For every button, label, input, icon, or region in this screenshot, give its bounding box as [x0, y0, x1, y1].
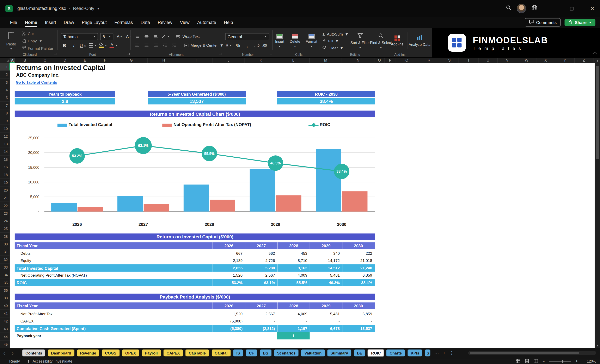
autosum-button[interactable]: Σ AutoSum ▼: [322, 31, 349, 37]
column-header-U[interactable]: U: [479, 58, 498, 63]
sheet-tab-be[interactable]: BE: [354, 350, 365, 356]
value-cell[interactable]: 21,240: [342, 264, 375, 272]
document-title[interactable]: glass-manufacturing.xlsx - Read-Only ▼: [17, 6, 100, 11]
menu-help[interactable]: Help: [220, 18, 237, 27]
row-header-31[interactable]: 31: [0, 248, 10, 256]
column-header-M[interactable]: M: [310, 58, 342, 63]
number-format-combo[interactable]: General ▼: [225, 33, 269, 40]
value-cell[interactable]: -: [310, 318, 342, 325]
value-cell[interactable]: 13,537: [342, 325, 375, 332]
row-header-22[interactable]: 22: [0, 202, 10, 209]
row-header-1[interactable]: 1: [0, 63, 10, 71]
value-cell[interactable]: 6,859: [342, 310, 375, 317]
format-cells-button[interactable]: Format ▼: [304, 30, 319, 51]
column-header-S[interactable]: S: [441, 58, 459, 63]
row-header-15[interactable]: 15: [0, 156, 10, 164]
row-header-21[interactable]: 21: [0, 194, 10, 202]
value-cell[interactable]: -: [245, 332, 277, 339]
menu-automate[interactable]: Automate: [193, 18, 220, 27]
font-color-button[interactable]: A ▼: [110, 42, 118, 49]
avatar[interactable]: [517, 4, 526, 13]
minimize-button[interactable]: —: [543, 2, 558, 15]
row-header-7[interactable]: 7: [0, 102, 10, 109]
table-of-contents-link[interactable]: Go to Table of Contents: [16, 80, 57, 84]
value-cell[interactable]: 1: [277, 332, 310, 339]
row-header-34[interactable]: 34: [0, 271, 10, 279]
fill-color-button[interactable]: ▼: [99, 42, 107, 49]
row-label-cell[interactable]: Net Operating Profit After Tax (NOPAT): [15, 272, 213, 279]
kpi-cash-generated-label[interactable]: 5-Year Cash Generated ($'000): [148, 91, 246, 97]
row-header-24[interactable]: 24: [0, 217, 10, 225]
row-header-14[interactable]: 14: [0, 148, 10, 155]
row-label-cell[interactable]: Equity: [15, 257, 213, 264]
year-header-cell[interactable]: 2027: [245, 242, 277, 249]
cut-button[interactable]: Cut: [21, 30, 53, 36]
kpi-years-to-payback-label[interactable]: Years to payback: [15, 91, 115, 97]
zoom-level[interactable]: 120%: [582, 359, 596, 363]
value-cell[interactable]: 2,567: [245, 310, 277, 317]
column-header-N[interactable]: N: [342, 58, 375, 63]
sheet-tab-capital[interactable]: Capital: [212, 350, 231, 356]
column-header-Y[interactable]: Y: [555, 58, 575, 63]
row-label-cell[interactable]: Payback year: [15, 332, 213, 339]
year-header-cell[interactable]: 2026: [213, 242, 245, 249]
row-header-40[interactable]: 40: [0, 302, 10, 310]
row-header-12[interactable]: 12: [0, 133, 10, 140]
column-header-P[interactable]: P: [385, 58, 396, 63]
horizontal-scrollbar[interactable]: [468, 351, 596, 355]
value-cell[interactable]: 2,189: [213, 257, 245, 264]
copy-button[interactable]: Copy ▼: [21, 38, 53, 44]
payback-table-banner[interactable]: Payback Period Analysis ($'000): [15, 293, 375, 300]
kpi-years-to-payback-value[interactable]: 2.8: [15, 98, 115, 105]
menu-page-layout[interactable]: Page Layout: [78, 18, 111, 27]
analyze-data-button[interactable]: Analyze Data: [410, 30, 430, 51]
sheet-tab-cf[interactable]: CF: [246, 350, 257, 356]
sheet-tab-payroll[interactable]: Payroll: [142, 350, 161, 356]
row-header-23[interactable]: 23: [0, 210, 10, 217]
value-cell[interactable]: 21,018: [342, 257, 375, 264]
number-dialog-launcher[interactable]: [270, 53, 272, 55]
row-label-cell[interactable]: Debts: [15, 250, 213, 257]
tabs-scroll-right-icon[interactable]: ›: [9, 350, 17, 356]
column-header-K[interactable]: K: [245, 58, 277, 63]
roic-table-banner[interactable]: Returns on Invested Capital ($'000): [15, 233, 375, 240]
kpi-roic-label[interactable]: ROIC - 2030: [277, 91, 375, 97]
tab-options-icon[interactable]: ⋮: [449, 350, 454, 355]
align-left-button[interactable]: [134, 42, 141, 49]
sheet-tab-revenue[interactable]: Revenue: [77, 350, 99, 356]
value-cell[interactable]: 8,710: [277, 257, 310, 264]
bold-button[interactable]: B: [61, 42, 68, 49]
zoom-in-button[interactable]: +: [576, 359, 578, 363]
year-header-cell[interactable]: 2029: [310, 302, 342, 309]
value-cell[interactable]: 667: [213, 250, 245, 257]
select-all-corner[interactable]: [0, 58, 10, 63]
value-cell[interactable]: (5,380): [213, 325, 245, 332]
column-header-C[interactable]: C: [35, 58, 55, 63]
page-layout-view-icon[interactable]: [525, 359, 529, 363]
row-header-2[interactable]: 2: [0, 71, 10, 79]
sheet-tab-opex[interactable]: OPEX: [122, 350, 139, 356]
align-bottom-button[interactable]: [152, 33, 159, 40]
year-header-cell[interactable]: 2029: [310, 242, 342, 249]
value-cell[interactable]: 1,520: [213, 272, 245, 279]
font-dialog-launcher[interactable]: [127, 53, 130, 55]
column-header-Z[interactable]: Z: [575, 58, 593, 63]
sheet-tab-s[interactable]: S: [425, 350, 431, 356]
menu-file[interactable]: File: [6, 18, 21, 27]
row-header-16[interactable]: 16: [0, 164, 10, 171]
font-size-combo[interactable]: 8 ▼: [100, 33, 113, 40]
column-header-R[interactable]: R: [418, 58, 441, 63]
row-header-13[interactable]: 13: [0, 140, 10, 148]
share-button[interactable]: Share ▼: [565, 18, 595, 26]
value-cell[interactable]: 63.1%: [245, 279, 277, 286]
sheet-tab-scenarios[interactable]: Scenarios: [274, 350, 299, 356]
row-header-43[interactable]: 43: [0, 325, 10, 333]
fiscal-year-header-cell[interactable]: Fiscal Year: [15, 302, 213, 309]
value-cell[interactable]: 6,678: [310, 325, 342, 332]
font-name-combo[interactable]: Tahoma ▼: [61, 33, 98, 40]
value-cell[interactable]: 222: [342, 250, 375, 257]
row-header-28[interactable]: 28: [0, 233, 10, 240]
scroll-down-arrow[interactable]: ▼: [595, 343, 600, 348]
year-header-cell[interactable]: 2027: [245, 302, 277, 309]
paste-button[interactable]: Paste ▼: [3, 30, 19, 51]
